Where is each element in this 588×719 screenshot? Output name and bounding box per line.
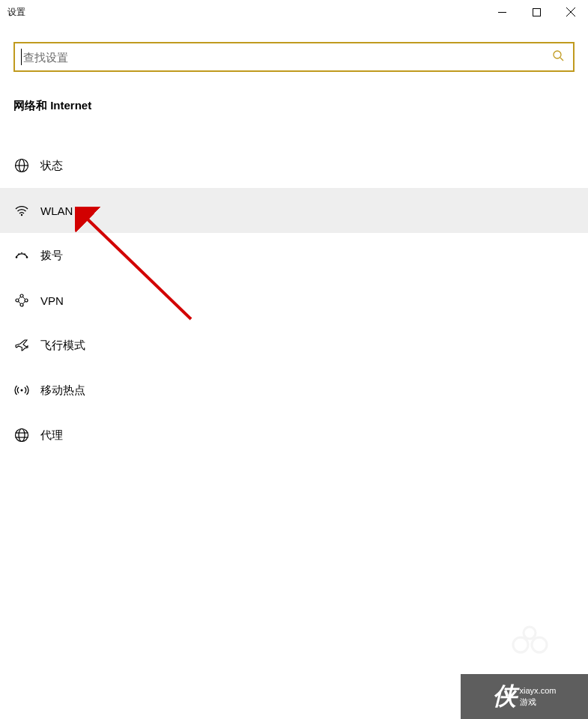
nav-item-label: VPN xyxy=(40,294,64,307)
svg-point-11 xyxy=(26,256,28,258)
svg-point-14 xyxy=(24,253,25,255)
globe-icon xyxy=(13,157,30,174)
svg-rect-1 xyxy=(533,8,540,16)
svg-point-4 xyxy=(554,51,561,58)
svg-point-30 xyxy=(532,637,547,652)
nav-item-airplane[interactable]: 飞行模式 xyxy=(0,323,588,368)
window-title: 设置 xyxy=(7,6,25,19)
airplane-icon xyxy=(13,337,30,354)
svg-point-25 xyxy=(19,429,25,442)
nav-item-label: WLAN xyxy=(40,204,73,217)
svg-line-21 xyxy=(19,302,21,304)
svg-line-19 xyxy=(19,297,21,300)
text-cursor xyxy=(21,49,22,65)
dial-icon xyxy=(13,247,30,264)
svg-point-13 xyxy=(21,252,22,254)
search-icon xyxy=(552,49,567,64)
nav-item-proxy[interactable]: 代理 xyxy=(0,413,588,458)
nav-list: 状态 WLAN 拨号 VPN 飞行模式 移动热点 代理 xyxy=(0,113,588,458)
search-box[interactable] xyxy=(13,42,575,72)
watermark-url: xiayx.com xyxy=(520,685,557,697)
watermark-label: 游戏 xyxy=(520,697,557,708)
close-icon xyxy=(566,7,575,16)
nav-item-dial[interactable]: 拨号 xyxy=(0,233,588,278)
nav-item-label: 拨号 xyxy=(40,249,63,263)
nav-item-vpn[interactable]: VPN xyxy=(0,278,588,323)
svg-point-16 xyxy=(25,299,28,302)
window-controls xyxy=(485,0,588,24)
svg-point-10 xyxy=(16,256,18,258)
hotspot-icon xyxy=(13,382,30,398)
nav-item-status[interactable]: 状态 xyxy=(0,143,588,188)
svg-point-31 xyxy=(524,627,536,639)
svg-point-29 xyxy=(513,637,528,652)
vpn-icon xyxy=(13,292,30,309)
section-title: 网络和 Internet xyxy=(0,72,588,113)
background-watermark xyxy=(498,622,573,674)
svg-point-23 xyxy=(21,389,23,392)
svg-point-17 xyxy=(20,294,23,297)
watermark-logo: 侠 xyxy=(493,680,515,713)
search-input[interactable] xyxy=(23,43,552,70)
svg-line-20 xyxy=(23,297,25,300)
titlebar: 设置 xyxy=(0,0,588,24)
close-button[interactable] xyxy=(554,0,588,24)
nav-item-wlan[interactable]: WLAN xyxy=(0,188,588,233)
minimize-button[interactable] xyxy=(485,0,519,24)
svg-line-5 xyxy=(560,58,563,61)
nav-item-label: 代理 xyxy=(40,428,63,443)
svg-point-12 xyxy=(18,253,19,255)
maximize-button[interactable] xyxy=(519,0,554,24)
watermark-badge: 侠 xiayx.com 游戏 xyxy=(461,674,588,719)
minimize-icon xyxy=(498,8,506,16)
svg-point-15 xyxy=(16,299,19,302)
svg-point-9 xyxy=(21,214,22,216)
nav-item-hotspot[interactable]: 移动热点 xyxy=(0,368,588,413)
search-wrap xyxy=(0,24,588,72)
nav-item-label: 移动热点 xyxy=(40,383,85,398)
proxy-icon xyxy=(13,427,30,443)
wifi-icon xyxy=(13,202,30,219)
svg-point-24 xyxy=(16,429,28,442)
maximize-icon xyxy=(533,8,541,16)
nav-item-label: 飞行模式 xyxy=(40,339,85,353)
nav-item-label: 状态 xyxy=(40,159,63,173)
svg-point-18 xyxy=(20,303,23,306)
svg-line-22 xyxy=(23,302,25,304)
